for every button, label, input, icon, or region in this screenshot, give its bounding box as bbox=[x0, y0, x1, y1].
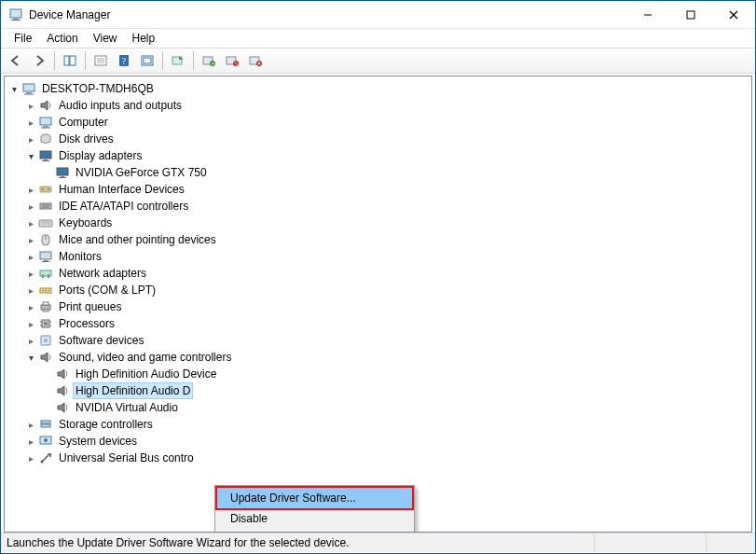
device-tree[interactable]: ▾ DESKTOP-TMDH6QB ▸ Audio inputs and out… bbox=[5, 76, 751, 470]
toolbar-scan-button[interactable] bbox=[167, 50, 189, 71]
chevron-right-icon[interactable]: ▸ bbox=[25, 201, 36, 212]
chevron-right-icon[interactable]: ▸ bbox=[25, 234, 36, 245]
tree-node[interactable]: ▸ Ports (COM & LPT) bbox=[5, 282, 751, 298]
ide-icon bbox=[38, 199, 53, 214]
toolbar-separator bbox=[85, 51, 86, 70]
tree-node[interactable]: ▸ Monitors bbox=[5, 248, 751, 265]
tree-node-label: Human Interface Devices bbox=[57, 182, 186, 197]
svg-rect-24 bbox=[23, 84, 34, 91]
chevron-right-icon[interactable]: ▸ bbox=[25, 217, 36, 229]
network-icon bbox=[38, 266, 53, 281]
svg-rect-67 bbox=[41, 421, 50, 423]
spacer-icon bbox=[42, 402, 53, 413]
toolbar-showhide-button[interactable] bbox=[59, 50, 81, 71]
spacer-icon bbox=[42, 167, 53, 178]
tree-node-label: Ports (COM & LPT) bbox=[57, 283, 158, 298]
tree-node-label: NVIDIA Virtual Audio bbox=[74, 400, 180, 415]
svg-rect-4 bbox=[687, 11, 694, 19]
tree-node[interactable]: ▸ Disk drives bbox=[5, 131, 751, 147]
svg-rect-31 bbox=[40, 151, 51, 159]
svg-rect-27 bbox=[40, 118, 51, 125]
chevron-right-icon[interactable]: ▸ bbox=[25, 318, 36, 329]
tree-node[interactable]: ▸ Human Interface Devices bbox=[5, 181, 751, 198]
tree-node[interactable]: ▸ IDE ATA/ATAPI controllers bbox=[5, 198, 751, 215]
tree-node[interactable]: ▾ Display adapters bbox=[5, 147, 751, 164]
tree-node[interactable]: NVIDIA Virtual Audio bbox=[5, 399, 751, 416]
tree-node[interactable]: ▸ Keyboards bbox=[5, 215, 751, 231]
context-menu-item[interactable]: Update Driver Software... bbox=[217, 488, 412, 508]
chevron-down-icon[interactable]: ▾ bbox=[25, 150, 36, 161]
chevron-right-icon[interactable]: ▸ bbox=[25, 184, 36, 195]
toolbar-forward-button[interactable] bbox=[28, 50, 50, 71]
tree-node[interactable]: ▸ Network adapters bbox=[5, 265, 751, 282]
toolbar-refresh-button[interactable] bbox=[136, 50, 158, 71]
tree-node[interactable]: ▸ Mice and other pointing devices bbox=[5, 231, 751, 248]
chevron-right-icon[interactable]: ▸ bbox=[25, 301, 36, 312]
toolbar-update-button[interactable] bbox=[198, 50, 220, 71]
toolbar-help-button[interactable]: ? bbox=[113, 50, 135, 71]
chevron-right-icon[interactable]: ▸ bbox=[25, 251, 36, 262]
tree-node[interactable]: ▸ Storage controllers bbox=[5, 416, 751, 433]
tree-node[interactable]: ▸ Print queues bbox=[5, 298, 751, 315]
menu-action[interactable]: Action bbox=[39, 30, 85, 47]
svg-rect-58 bbox=[43, 302, 48, 305]
svg-rect-32 bbox=[44, 159, 48, 160]
toolbar-back-button[interactable] bbox=[5, 50, 27, 71]
tree-node[interactable]: ▸ Software devices bbox=[5, 332, 751, 349]
tree-node[interactable]: ▸ System devices bbox=[5, 433, 751, 450]
chevron-right-icon[interactable]: ▸ bbox=[25, 100, 36, 111]
tree-node[interactable]: ▸ Processors bbox=[5, 315, 751, 332]
display-icon bbox=[38, 148, 53, 163]
tree-node-label: NVIDIA GeForce GTX 750 bbox=[74, 165, 209, 180]
hid-icon bbox=[38, 182, 53, 197]
context-menu-item[interactable]: Uninstall bbox=[217, 529, 412, 533]
chevron-right-icon[interactable]: ▸ bbox=[25, 452, 36, 464]
tree-node[interactable]: NVIDIA GeForce GTX 750 bbox=[5, 164, 751, 181]
chevron-right-icon[interactable]: ▸ bbox=[25, 284, 36, 296]
tree-node-label: Mice and other pointing devices bbox=[57, 232, 218, 247]
close-button[interactable] bbox=[712, 1, 755, 29]
chevron-right-icon[interactable]: ▸ bbox=[25, 117, 36, 128]
system-icon bbox=[38, 434, 53, 449]
menu-help[interactable]: Help bbox=[125, 30, 163, 47]
tree-node[interactable]: High Definition Audio D bbox=[5, 382, 751, 399]
chevron-right-icon[interactable]: ▸ bbox=[25, 133, 36, 145]
titlebar: Device Manager bbox=[1, 1, 755, 29]
svg-rect-29 bbox=[41, 128, 50, 129]
toolbar-disable-button[interactable] bbox=[221, 50, 243, 71]
chevron-down-icon[interactable]: ▾ bbox=[25, 352, 36, 363]
tree-node[interactable]: ▸ Computer bbox=[5, 114, 751, 131]
svg-rect-34 bbox=[57, 168, 68, 175]
tree-node[interactable]: High Definition Audio Device bbox=[5, 366, 751, 382]
svg-rect-28 bbox=[43, 126, 48, 128]
minimize-button[interactable] bbox=[626, 1, 669, 29]
tree-node[interactable]: ▾ Sound, video and game controllers bbox=[5, 349, 751, 366]
printer-icon bbox=[38, 299, 53, 314]
chevron-down-icon[interactable]: ▾ bbox=[8, 83, 20, 94]
toolbar-separator bbox=[162, 51, 163, 70]
svg-point-70 bbox=[44, 438, 48, 442]
speaker-icon bbox=[55, 400, 70, 415]
svg-point-19 bbox=[210, 61, 215, 66]
toolbar-properties-button[interactable] bbox=[89, 50, 112, 71]
context-menu-item[interactable]: Disable bbox=[217, 508, 412, 529]
tree-node-label: DESKTOP-TMDH6QB bbox=[40, 81, 156, 96]
tree-node-label: Sound, video and game controllers bbox=[57, 350, 233, 365]
chevron-right-icon[interactable]: ▸ bbox=[25, 436, 36, 447]
port-icon bbox=[38, 283, 53, 298]
statusbar-text: Launches the Update Driver Software Wiza… bbox=[1, 533, 595, 552]
tree-node-label: Monitors bbox=[57, 249, 103, 264]
menu-file[interactable]: File bbox=[7, 30, 39, 47]
tree-node[interactable]: ▸ Universal Serial Bus contro bbox=[5, 450, 751, 466]
menu-view[interactable]: View bbox=[86, 30, 125, 47]
svg-rect-48 bbox=[44, 260, 48, 261]
chevron-right-icon[interactable]: ▸ bbox=[25, 268, 36, 279]
tree-node[interactable]: ▾ DESKTOP-TMDH6QB bbox=[5, 80, 751, 97]
maximize-button[interactable] bbox=[669, 1, 712, 29]
svg-rect-25 bbox=[26, 92, 32, 94]
svg-point-56 bbox=[48, 290, 49, 292]
chevron-right-icon[interactable]: ▸ bbox=[25, 335, 36, 346]
tree-node[interactable]: ▸ Audio inputs and outputs bbox=[5, 97, 751, 114]
chevron-right-icon[interactable]: ▸ bbox=[25, 419, 36, 430]
toolbar-uninstall-button[interactable] bbox=[244, 50, 267, 71]
